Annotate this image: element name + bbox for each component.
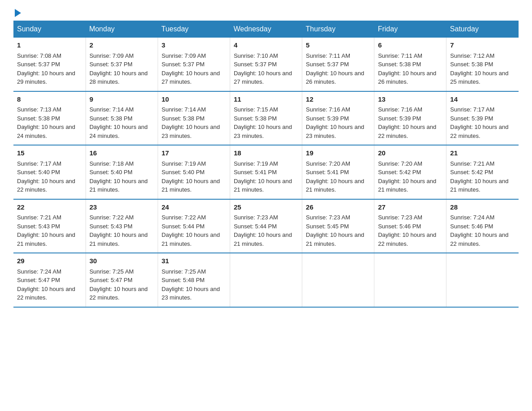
calendar-header: SundayMondayTuesdayWednesdayThursdayFrid… xyxy=(13,21,519,38)
day-info: Sunrise: 7:09 AMSunset: 5:37 PMDaylight:… xyxy=(162,52,220,86)
day-info: Sunrise: 7:23 AMSunset: 5:44 PMDaylight:… xyxy=(234,214,292,247)
calendar-cell: 30Sunrise: 7:25 AMSunset: 5:47 PMDayligh… xyxy=(86,253,158,307)
day-number: 17 xyxy=(162,148,226,158)
day-info: Sunrise: 7:22 AMSunset: 5:43 PMDaylight:… xyxy=(90,214,148,247)
weekday-header-monday: Monday xyxy=(86,21,158,38)
calendar-table: SundayMondayTuesdayWednesdayThursdayFrid… xyxy=(13,21,519,308)
day-number: 25 xyxy=(234,202,298,213)
calendar-cell: 3Sunrise: 7:09 AMSunset: 5:37 PMDaylight… xyxy=(158,38,230,91)
logo-arrow-icon xyxy=(15,9,21,17)
day-info: Sunrise: 7:20 AMSunset: 5:41 PMDaylight:… xyxy=(306,160,364,193)
day-info: Sunrise: 7:24 AMSunset: 5:47 PMDaylight:… xyxy=(17,268,75,301)
day-info: Sunrise: 7:24 AMSunset: 5:46 PMDaylight:… xyxy=(450,214,508,247)
weekday-header-row: SundayMondayTuesdayWednesdayThursdayFrid… xyxy=(13,21,519,38)
calendar-cell: 19Sunrise: 7:20 AMSunset: 5:41 PMDayligh… xyxy=(302,145,374,199)
calendar-cell: 15Sunrise: 7:17 AMSunset: 5:40 PMDayligh… xyxy=(13,145,86,199)
day-info: Sunrise: 7:21 AMSunset: 5:42 PMDaylight:… xyxy=(450,160,508,193)
calendar-body: 1Sunrise: 7:08 AMSunset: 5:37 PMDaylight… xyxy=(13,38,519,307)
day-number: 16 xyxy=(90,148,154,158)
day-info: Sunrise: 7:12 AMSunset: 5:38 PMDaylight:… xyxy=(450,52,508,86)
calendar-cell: 14Sunrise: 7:17 AMSunset: 5:39 PMDayligh… xyxy=(446,91,519,146)
calendar-cell: 11Sunrise: 7:15 AMSunset: 5:38 PMDayligh… xyxy=(230,91,302,146)
calendar-cell: 16Sunrise: 7:18 AMSunset: 5:40 PMDayligh… xyxy=(86,145,158,199)
day-info: Sunrise: 7:08 AMSunset: 5:37 PMDaylight:… xyxy=(17,52,75,86)
calendar-cell: 27Sunrise: 7:23 AMSunset: 5:46 PMDayligh… xyxy=(374,199,446,253)
day-info: Sunrise: 7:13 AMSunset: 5:38 PMDaylight:… xyxy=(17,106,75,139)
day-info: Sunrise: 7:22 AMSunset: 5:44 PMDaylight:… xyxy=(162,214,220,247)
day-info: Sunrise: 7:16 AMSunset: 5:39 PMDaylight:… xyxy=(306,106,364,139)
calendar-cell: 4Sunrise: 7:10 AMSunset: 5:37 PMDaylight… xyxy=(230,38,302,91)
day-number: 22 xyxy=(17,202,82,213)
weekday-header-friday: Friday xyxy=(374,21,446,38)
calendar-cell: 12Sunrise: 7:16 AMSunset: 5:39 PMDayligh… xyxy=(302,91,374,146)
calendar-cell: 7Sunrise: 7:12 AMSunset: 5:38 PMDaylight… xyxy=(446,38,519,91)
day-number: 15 xyxy=(17,148,82,158)
day-info: Sunrise: 7:09 AMSunset: 5:37 PMDaylight:… xyxy=(90,52,148,86)
day-number: 18 xyxy=(234,148,298,158)
calendar-week-row: 22Sunrise: 7:21 AMSunset: 5:43 PMDayligh… xyxy=(13,199,519,253)
day-info: Sunrise: 7:20 AMSunset: 5:42 PMDaylight:… xyxy=(378,160,436,193)
day-info: Sunrise: 7:14 AMSunset: 5:38 PMDaylight:… xyxy=(162,106,220,139)
day-number: 28 xyxy=(450,202,515,213)
day-info: Sunrise: 7:19 AMSunset: 5:40 PMDaylight:… xyxy=(162,160,220,193)
logo xyxy=(13,9,21,16)
weekday-header-wednesday: Wednesday xyxy=(230,21,302,38)
calendar-cell: 5Sunrise: 7:11 AMSunset: 5:37 PMDaylight… xyxy=(302,38,374,91)
day-info: Sunrise: 7:11 AMSunset: 5:38 PMDaylight:… xyxy=(378,52,436,86)
day-number: 1 xyxy=(17,40,82,51)
day-number: 24 xyxy=(162,202,226,213)
calendar-cell: 29Sunrise: 7:24 AMSunset: 5:47 PMDayligh… xyxy=(13,253,86,307)
day-number: 6 xyxy=(378,40,442,51)
calendar-cell: 2Sunrise: 7:09 AMSunset: 5:37 PMDaylight… xyxy=(86,38,158,91)
day-info: Sunrise: 7:23 AMSunset: 5:46 PMDaylight:… xyxy=(378,214,436,247)
day-number: 27 xyxy=(378,202,442,213)
calendar-cell: 1Sunrise: 7:08 AMSunset: 5:37 PMDaylight… xyxy=(13,38,86,91)
weekday-header-saturday: Saturday xyxy=(446,21,519,38)
calendar-cell: 20Sunrise: 7:20 AMSunset: 5:42 PMDayligh… xyxy=(374,145,446,199)
calendar-cell: 28Sunrise: 7:24 AMSunset: 5:46 PMDayligh… xyxy=(446,199,519,253)
day-info: Sunrise: 7:10 AMSunset: 5:37 PMDaylight:… xyxy=(234,52,292,86)
calendar-cell xyxy=(302,253,374,307)
day-number: 10 xyxy=(162,94,226,105)
day-number: 11 xyxy=(234,94,298,105)
calendar-cell: 25Sunrise: 7:23 AMSunset: 5:44 PMDayligh… xyxy=(230,199,302,253)
day-number: 3 xyxy=(162,40,226,51)
day-info: Sunrise: 7:21 AMSunset: 5:43 PMDaylight:… xyxy=(17,214,75,247)
day-info: Sunrise: 7:14 AMSunset: 5:38 PMDaylight:… xyxy=(90,106,148,139)
day-number: 12 xyxy=(306,94,370,105)
calendar-cell: 31Sunrise: 7:25 AMSunset: 5:48 PMDayligh… xyxy=(158,253,230,307)
day-number: 30 xyxy=(90,256,154,266)
calendar-cell: 8Sunrise: 7:13 AMSunset: 5:38 PMDaylight… xyxy=(13,91,86,146)
calendar-cell: 22Sunrise: 7:21 AMSunset: 5:43 PMDayligh… xyxy=(13,199,86,253)
day-number: 9 xyxy=(90,94,154,105)
calendar-cell xyxy=(446,253,519,307)
calendar-cell: 6Sunrise: 7:11 AMSunset: 5:38 PMDaylight… xyxy=(374,38,446,91)
day-info: Sunrise: 7:19 AMSunset: 5:41 PMDaylight:… xyxy=(234,160,292,193)
calendar-week-row: 15Sunrise: 7:17 AMSunset: 5:40 PMDayligh… xyxy=(13,145,519,199)
calendar-cell: 23Sunrise: 7:22 AMSunset: 5:43 PMDayligh… xyxy=(86,199,158,253)
calendar-cell: 9Sunrise: 7:14 AMSunset: 5:38 PMDaylight… xyxy=(86,91,158,146)
day-number: 14 xyxy=(450,94,515,105)
day-number: 2 xyxy=(90,40,154,51)
day-number: 20 xyxy=(378,148,442,158)
day-info: Sunrise: 7:25 AMSunset: 5:48 PMDaylight:… xyxy=(162,268,220,301)
day-number: 8 xyxy=(17,94,82,105)
day-info: Sunrise: 7:23 AMSunset: 5:45 PMDaylight:… xyxy=(306,214,364,247)
day-number: 19 xyxy=(306,148,370,158)
day-info: Sunrise: 7:11 AMSunset: 5:37 PMDaylight:… xyxy=(306,52,364,86)
day-number: 4 xyxy=(234,40,298,51)
day-info: Sunrise: 7:17 AMSunset: 5:39 PMDaylight:… xyxy=(450,106,508,139)
calendar-cell xyxy=(230,253,302,307)
day-info: Sunrise: 7:18 AMSunset: 5:40 PMDaylight:… xyxy=(90,160,148,193)
day-info: Sunrise: 7:17 AMSunset: 5:40 PMDaylight:… xyxy=(17,160,75,193)
weekday-header-tuesday: Tuesday xyxy=(158,21,230,38)
day-number: 21 xyxy=(450,148,515,158)
day-number: 31 xyxy=(162,256,226,266)
page-header xyxy=(13,9,519,16)
calendar-week-row: 29Sunrise: 7:24 AMSunset: 5:47 PMDayligh… xyxy=(13,253,519,307)
calendar-cell: 17Sunrise: 7:19 AMSunset: 5:40 PMDayligh… xyxy=(158,145,230,199)
weekday-header-sunday: Sunday xyxy=(13,21,86,38)
calendar-cell xyxy=(374,253,446,307)
day-info: Sunrise: 7:15 AMSunset: 5:38 PMDaylight:… xyxy=(234,106,292,139)
day-number: 7 xyxy=(450,40,515,51)
